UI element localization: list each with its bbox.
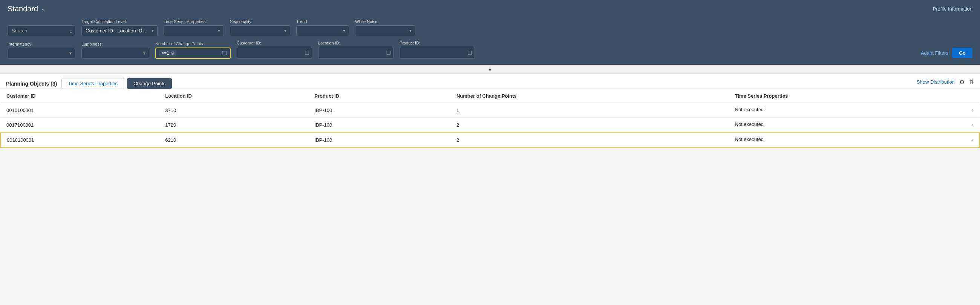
row-chevron-icon[interactable]: ›: [972, 121, 974, 128]
customer-id-field[interactable]: ❐: [237, 47, 312, 59]
seasonality-select[interactable]: [230, 25, 290, 36]
location-id-group: Location ID: ❐: [318, 41, 393, 59]
action-row: Adapt Filters Go: [921, 48, 972, 59]
location-id-field[interactable]: ❐: [318, 47, 393, 59]
white-noise-group: White Noise: ▼: [355, 19, 415, 36]
intermittency-label: Intermittency:: [8, 42, 75, 46]
filter-row-2: Intermittency: ▼ Lumpiness: ▼ Number of …: [8, 41, 972, 59]
go-button[interactable]: Go: [952, 48, 972, 58]
table-row[interactable]: 00101000013710IBP-1001Not executed ›: [0, 103, 980, 118]
time-series-label: Time Series Properties:: [164, 19, 224, 24]
location-id-label: Location ID:: [318, 41, 393, 45]
collapse-icon: ▲: [488, 66, 492, 71]
change-points-filter[interactable]: >=1 ⊗ ❐: [155, 48, 231, 59]
table-body: 00101000013710IBP-1001Not executed ›0017…: [0, 103, 980, 148]
lumpiness-group: Lumpiness: ▼: [81, 42, 149, 59]
seasonality-label: Seasonality:: [230, 19, 290, 24]
change-points-label: Number of Change Points:: [155, 41, 231, 46]
app-title-chevron[interactable]: ⌄: [41, 6, 45, 12]
search-control: ⌕: [8, 25, 75, 36]
header-area: Standard ⌄ Profile Information ⌕ Target …: [0, 0, 980, 65]
search-icon[interactable]: ⌕: [69, 28, 72, 34]
intermittency-group: Intermittency: ▼: [8, 42, 75, 59]
filter-row-1: ⌕ Target Calculation Level: Customer ID …: [8, 19, 972, 36]
show-distribution-link[interactable]: Show Distribution: [917, 79, 955, 85]
table-header: Customer ID Location ID Product ID Numbe…: [0, 89, 980, 103]
target-calc-label: Target Calculation Level:: [81, 19, 158, 24]
trend-group: Trend: ▼: [296, 19, 349, 36]
table-row[interactable]: 00171000011720IBP-1002Not executed ›: [0, 118, 980, 133]
adapt-filters-button[interactable]: Adapt Filters: [921, 50, 948, 56]
table-row[interactable]: 00181000016210IBP-1002Not executed ›: [0, 132, 980, 148]
chip-close-icon[interactable]: ⊗: [171, 51, 174, 56]
chip-text: >=1: [161, 51, 169, 56]
col-change-points: Number of Change Points: [450, 89, 729, 103]
product-id-expand-icon[interactable]: ❐: [468, 50, 472, 56]
row-chevron-icon[interactable]: ›: [972, 107, 974, 113]
row-chevron-icon[interactable]: ›: [971, 137, 973, 143]
tab-change-points[interactable]: Change Points: [127, 78, 172, 89]
intermittency-dropdown[interactable]: ▼: [8, 48, 75, 59]
seasonality-dropdown[interactable]: ▼: [230, 25, 290, 36]
time-series-dropdown[interactable]: ▼: [164, 25, 224, 36]
app-title-text: Standard: [8, 5, 38, 13]
search-group: ⌕: [8, 25, 75, 36]
customer-id-expand-icon[interactable]: ❐: [305, 50, 309, 56]
collapse-bar[interactable]: ▲: [0, 65, 980, 73]
app-title: Standard ⌄: [8, 5, 45, 13]
search-input[interactable]: [8, 25, 75, 36]
trend-dropdown[interactable]: ▼: [296, 25, 349, 36]
col-customer-id: Customer ID: [0, 89, 159, 103]
col-ts-properties: Time Series Properties: [729, 89, 980, 103]
location-id-expand-icon[interactable]: ❐: [387, 50, 391, 56]
time-series-select[interactable]: [164, 25, 224, 36]
customer-id-label: Customer ID:: [237, 41, 312, 45]
lumpiness-dropdown[interactable]: ▼: [81, 48, 149, 59]
product-id-group: Product ID: ❐: [399, 41, 475, 59]
seasonality-group: Seasonality: ▼: [230, 19, 290, 36]
sort-icon[interactable]: ⇅: [969, 78, 974, 86]
intermittency-select[interactable]: [8, 48, 75, 59]
data-table: Customer ID Location ID Product ID Numbe…: [0, 89, 980, 148]
settings-icon[interactable]: ⚙: [959, 78, 964, 86]
top-bar: Standard ⌄ Profile Information: [8, 5, 972, 13]
target-calc-select[interactable]: Customer ID - Location ID...: [81, 25, 158, 36]
white-noise-select[interactable]: [355, 25, 415, 36]
tab-time-series-properties[interactable]: Time Series Properties: [61, 78, 124, 89]
tabs-bar: Planning Objects (3) Time Series Propert…: [0, 73, 980, 89]
lumpiness-label: Lumpiness:: [81, 42, 149, 46]
change-points-expand-icon[interactable]: ❐: [222, 50, 227, 56]
product-id-field[interactable]: ❐: [399, 47, 475, 59]
planning-objects-label: Planning Objects (3): [6, 81, 57, 87]
trend-select[interactable]: [296, 25, 349, 36]
main-area: Planning Objects (3) Time Series Propert…: [0, 73, 980, 148]
white-noise-dropdown[interactable]: ▼: [355, 25, 415, 36]
trend-label: Trend:: [296, 19, 349, 24]
col-product-id: Product ID: [308, 89, 450, 103]
tabs-left: Planning Objects (3) Time Series Propert…: [6, 78, 172, 89]
tabs-right: Show Distribution ⚙ ⇅: [917, 78, 974, 89]
time-series-group: Time Series Properties: ▼: [164, 19, 224, 36]
white-noise-label: White Noise:: [355, 19, 415, 24]
change-points-chip: >=1 ⊗: [159, 50, 177, 57]
profile-info-link[interactable]: Profile Information: [933, 6, 973, 12]
product-id-label: Product ID:: [399, 41, 475, 45]
table-header-row: Customer ID Location ID Product ID Numbe…: [0, 89, 980, 103]
target-calc-group: Target Calculation Level: Customer ID - …: [81, 19, 158, 36]
customer-id-group: Customer ID: ❐: [237, 41, 312, 59]
lumpiness-select[interactable]: [81, 48, 149, 59]
col-location-id: Location ID: [159, 89, 308, 103]
change-points-group: Number of Change Points: >=1 ⊗ ❐: [155, 41, 231, 59]
target-calc-dropdown[interactable]: Customer ID - Location ID... ▼: [81, 25, 158, 36]
